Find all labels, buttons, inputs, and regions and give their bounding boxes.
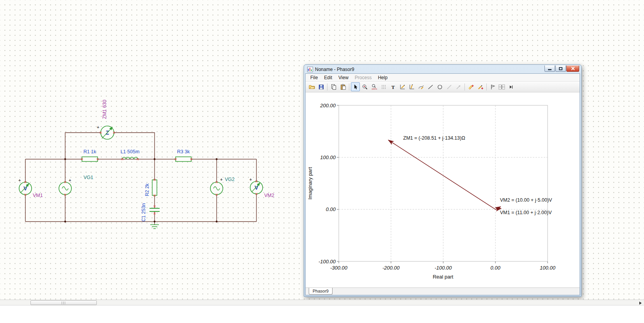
- scrollbar-thumb[interactable]: [30, 300, 97, 305]
- copy-button[interactable]: [329, 82, 338, 91]
- y-tick: 200.00: [320, 103, 336, 108]
- spinner-control[interactable]: [498, 82, 506, 91]
- polarity-plus: +: [18, 178, 21, 183]
- line-icon: [427, 84, 434, 90]
- window-title: Noname - Phasor9: [315, 67, 543, 72]
- zoom-in-icon: [362, 84, 368, 90]
- title-bar[interactable]: Noname - Phasor9: [305, 65, 580, 73]
- save-button[interactable]: [317, 82, 326, 91]
- label-ZM1: ZM1 = (-208.51 + j·134.13)Ω: [403, 135, 465, 141]
- curve-edit-button[interactable]: [416, 82, 425, 91]
- open-button[interactable]: [307, 82, 316, 91]
- x-tick: 0.00: [491, 265, 501, 271]
- inductor-L1-label: L1 505m: [121, 149, 140, 154]
- capacitor-C1-label: C1 253n: [141, 203, 146, 222]
- resistor-R1-label: R1 1k: [84, 149, 96, 154]
- x-tick: 100.00: [540, 265, 556, 271]
- polarity-plus: +: [249, 177, 252, 182]
- phasor-diagram[interactable]: 200.00 100.00 0.00 -100.00 -300.00 -200.…: [306, 92, 580, 288]
- tab-phasor9[interactable]: Phasor9: [309, 288, 333, 295]
- maximize-button[interactable]: [555, 66, 566, 72]
- ellipse-tool-button[interactable]: [435, 82, 444, 91]
- cursor-button[interactable]: [351, 82, 360, 91]
- circuit-schematic[interactable]: V + VM1 + VG1 Z + ZM1 630: [0, 0, 304, 254]
- chart-area[interactable]: 200.00 100.00 0.00 -100.00 -300.00 -200.…: [306, 92, 580, 288]
- paste-button[interactable]: [338, 82, 347, 91]
- inductor-L1[interactable]: L1 505m: [121, 149, 140, 159]
- close-button[interactable]: [566, 66, 579, 72]
- save-icon: [318, 84, 324, 90]
- zoom-100-label: 100%: [371, 88, 377, 90]
- axis-pen-alt-icon: [409, 84, 415, 90]
- polarity-plus: +: [69, 178, 71, 183]
- minimize-button[interactable]: [544, 66, 555, 72]
- resistor-R2[interactable]: R2 2k: [144, 180, 157, 196]
- y-tick: 0.00: [326, 206, 336, 212]
- axis-settings-button[interactable]: [398, 82, 407, 91]
- toolbar: 100% T: [306, 82, 580, 92]
- diagonal-arrow-icon: [455, 84, 462, 90]
- x-tick: -300.00: [330, 265, 348, 271]
- next-page-button[interactable]: [506, 82, 515, 91]
- window-app-icon: [307, 67, 313, 72]
- label-VM1: VM1 = (11.00 + j·2.00)V: [500, 210, 552, 215]
- phasor-window[interactable]: Noname - Phasor9 File Edit View Process …: [304, 64, 582, 297]
- impedance-meter-ZM1[interactable]: Z + ZM1 630: [97, 100, 114, 139]
- line-tool-button[interactable]: [426, 82, 435, 91]
- open-icon: [309, 84, 315, 90]
- axis-settings-alt-button[interactable]: [407, 82, 416, 91]
- scrollbar-grip-icon: [62, 302, 66, 304]
- resistor-R3[interactable]: R3 3k: [176, 149, 191, 162]
- horizontal-scrollbar[interactable]: [0, 300, 644, 305]
- curve-pen-icon: [418, 84, 424, 90]
- diagonal-arrow-button-disabled[interactable]: [454, 82, 463, 91]
- toolbar-separator: [349, 83, 349, 91]
- generator-VG1-label: VG1: [84, 175, 93, 180]
- generator-VG1[interactable]: + VG1: [59, 175, 93, 195]
- diagonal-line-button-disabled[interactable]: [445, 82, 454, 91]
- toolbar-separator: [464, 83, 465, 91]
- zoom-100-button[interactable]: 100%: [370, 82, 379, 91]
- app-screen: V + VM1 + VG1 Z + ZM1 630: [0, 0, 644, 323]
- grid-toggle-button[interactable]: [379, 82, 388, 91]
- marker-button[interactable]: [488, 82, 497, 91]
- generator-VG2[interactable]: + VG2: [210, 177, 235, 195]
- add-traces-button[interactable]: [466, 82, 475, 91]
- colored-traces-icon: [468, 84, 474, 90]
- x-tick: -100.00: [434, 265, 452, 271]
- text-tool-glyph: T: [391, 84, 395, 90]
- axis-pen-icon: [399, 84, 406, 90]
- grid-icon: [381, 84, 387, 90]
- menu-process[interactable]: Process: [352, 74, 375, 81]
- voltmeter-VM1-label: VM1: [33, 193, 43, 198]
- resistor-R3-label: R3 3k: [177, 149, 190, 154]
- toolbar-separator: [327, 83, 327, 91]
- zoom-in-button[interactable]: [360, 82, 369, 91]
- impedance-meter-ZM1-label: ZM1 630: [102, 100, 107, 119]
- scroll-right-button[interactable]: [638, 301, 643, 305]
- voltmeter-VM1[interactable]: V + VM1: [18, 178, 43, 198]
- capacitor-C1[interactable]: C1 253n: [141, 203, 160, 222]
- polarity-plus: +: [97, 125, 99, 130]
- menu-edit[interactable]: Edit: [321, 74, 335, 81]
- menu-view[interactable]: View: [335, 74, 352, 81]
- maximize-icon: [559, 67, 562, 70]
- toolbar-separator: [486, 83, 487, 91]
- marker-flag-icon: [490, 84, 496, 90]
- menu-help[interactable]: Help: [375, 74, 391, 81]
- y-tick: -100.00: [318, 259, 336, 264]
- pen-plus-icon: [477, 84, 484, 90]
- zoom-100-icon: 100%: [371, 84, 377, 90]
- copy-icon: [331, 84, 337, 90]
- resistor-R1[interactable]: R1 1k: [82, 149, 98, 162]
- voltmeter-VM2[interactable]: V + VM2: [249, 177, 274, 198]
- ground-symbol[interactable]: [150, 225, 159, 229]
- terminal-markers: [25, 132, 258, 215]
- text-tool-button[interactable]: T: [388, 82, 397, 91]
- diagonal-line-icon: [446, 84, 452, 90]
- next-arrow-icon: [508, 84, 514, 90]
- menu-file[interactable]: File: [307, 74, 321, 81]
- cursor-icon: [352, 84, 359, 90]
- add-curve-button[interactable]: [476, 82, 485, 91]
- label-VM2: VM2 = (10.00 + j·5.00)V: [500, 197, 552, 203]
